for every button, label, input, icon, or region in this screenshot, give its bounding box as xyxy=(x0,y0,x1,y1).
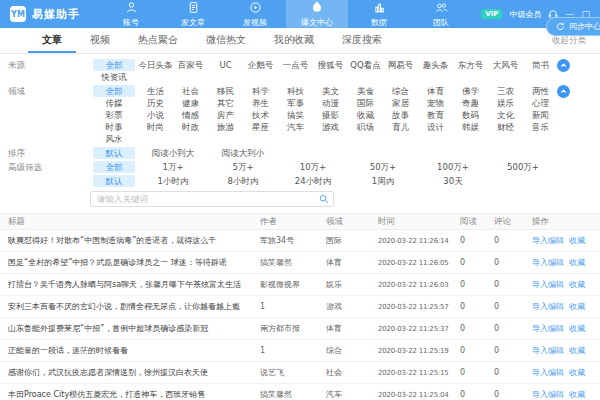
filter-option[interactable]: 财经 xyxy=(488,121,523,133)
filter-option[interactable]: 网易号 xyxy=(383,59,418,71)
filter-option[interactable]: 生活 xyxy=(138,85,173,97)
filter-option[interactable]: 全部 xyxy=(93,85,135,97)
import-edit-link[interactable]: 导入编辑 xyxy=(532,301,564,312)
filter-option[interactable]: 韩娱 xyxy=(453,121,488,133)
nav-item-data[interactable]: 数据 xyxy=(348,0,410,28)
source-collapse-button[interactable] xyxy=(557,59,570,72)
filter-option[interactable]: 全部 xyxy=(93,59,135,71)
article-title[interactable]: 山东鲁能外援费莱尼“中招”，首例中超球员确诊感染新冠 xyxy=(0,323,252,334)
filter-option[interactable]: 设计 xyxy=(418,121,453,133)
nav-item-account[interactable]: 账号 xyxy=(100,0,162,28)
filter-option[interactable]: 5万+ xyxy=(208,161,278,173)
filter-option[interactable]: 阅读小到大 xyxy=(138,147,208,159)
filter-option[interactable]: 汽车 xyxy=(278,121,313,133)
filter-option[interactable]: 养生 xyxy=(243,97,278,109)
filter-option[interactable]: 国际 xyxy=(348,97,383,109)
import-edit-link[interactable]: 导入编辑 xyxy=(532,345,564,356)
nav-item-publish-article[interactable]: 发文章 xyxy=(162,0,224,28)
filter-option[interactable]: 三农 xyxy=(488,85,523,97)
filter-option[interactable]: 东方号 xyxy=(453,59,488,71)
filter-option[interactable]: 奇趣 xyxy=(453,97,488,109)
filter-option[interactable]: 1小时内 xyxy=(138,175,208,187)
filter-option[interactable]: 旅游 xyxy=(208,121,243,133)
filter-option[interactable]: 10万+ xyxy=(278,161,348,173)
import-edit-link[interactable]: 导入编辑 xyxy=(532,323,564,334)
filter-option[interactable]: 阅读大到小 xyxy=(208,147,278,159)
filter-option[interactable]: 社会 xyxy=(173,85,208,97)
tab-articles[interactable]: 文章 xyxy=(28,28,76,53)
filter-option[interactable]: 摄影 xyxy=(313,109,348,121)
article-title[interactable]: 丰田Proace City模仿五菱宏光，打造神车，西班牙销售 xyxy=(0,389,252,400)
search-icon[interactable] xyxy=(319,194,329,204)
filter-option[interactable]: 30天 xyxy=(418,175,488,187)
article-title[interactable]: 感谢你们，武汉抗疫志愿者深情送别，徐州援汉白衣天使 xyxy=(0,367,252,378)
filter-option[interactable]: 育儿 xyxy=(383,121,418,133)
favorite-link[interactable]: 收藏 xyxy=(569,257,585,268)
filter-option[interactable]: 收藏 xyxy=(348,109,383,121)
filter-option[interactable]: 搜狐号 xyxy=(313,59,348,71)
filter-option[interactable]: 搞笑 xyxy=(278,109,313,121)
tab-favorites[interactable]: 我的收藏 xyxy=(260,28,328,53)
filter-option[interactable]: 军事 xyxy=(278,97,313,109)
favorite-link[interactable]: 收藏 xyxy=(569,323,585,334)
filter-option[interactable]: 快资讯 xyxy=(90,71,138,83)
filter-option[interactable]: 情感 xyxy=(173,109,208,121)
import-edit-link[interactable]: 导入编辑 xyxy=(532,235,564,246)
favorite-link[interactable]: 收藏 xyxy=(569,345,585,356)
filter-option[interactable]: 趣头条 xyxy=(418,59,453,71)
collapse-categories-button[interactable]: 收起分类 xyxy=(552,35,586,47)
filter-option[interactable]: 文化 xyxy=(488,109,523,121)
filter-option[interactable]: 科技 xyxy=(278,85,313,97)
filter-option[interactable]: 体育 xyxy=(418,85,453,97)
filter-option[interactable]: 500万+ xyxy=(488,161,558,173)
filter-option[interactable]: 1万+ xyxy=(138,161,208,173)
filter-option[interactable]: 数码 xyxy=(453,109,488,121)
favorite-link[interactable]: 收藏 xyxy=(569,389,585,400)
filter-option[interactable]: 小说 xyxy=(138,109,173,121)
field-collapse-button[interactable] xyxy=(557,85,570,98)
filter-option[interactable]: 风水 xyxy=(90,133,138,145)
filter-option[interactable]: 技术 xyxy=(243,109,278,121)
filter-option[interactable]: 佛学 xyxy=(453,85,488,97)
article-title[interactable]: 国足“全村的希望”中招？武磊是确诊球员之一 球迷：等待辟谣 xyxy=(0,257,252,268)
import-edit-link[interactable]: 导入编辑 xyxy=(532,279,564,290)
article-title[interactable]: 打擂台？吴千语秀人脉晒与阿sa聊天，张馨月曝下午茶炫富太生活 xyxy=(0,279,252,290)
filter-option[interactable]: 故事 xyxy=(383,109,418,121)
filter-option[interactable]: 星座 xyxy=(243,121,278,133)
filter-option[interactable]: 默认 xyxy=(93,175,135,187)
filter-option[interactable]: 游戏 xyxy=(313,121,348,133)
filter-option[interactable]: 默认 xyxy=(93,147,135,159)
filter-option[interactable]: 动漫 xyxy=(313,97,348,109)
tab-videos[interactable]: 视频 xyxy=(76,28,124,53)
filter-option[interactable]: QQ看点 xyxy=(348,59,383,71)
filter-option[interactable]: 时政 xyxy=(173,121,208,133)
filter-option[interactable]: 房产 xyxy=(208,109,243,121)
article-title[interactable]: 耿爽怼得好！对散布“中国制造病毒”的造谣者，就得这么干 xyxy=(0,235,252,246)
filter-option[interactable]: 时事 xyxy=(90,121,138,133)
filter-option[interactable]: 1周内 xyxy=(348,175,418,187)
favorite-link[interactable]: 收藏 xyxy=(569,367,585,378)
nav-item-team[interactable]: 团队 xyxy=(410,0,472,28)
filter-option[interactable]: 科学 xyxy=(243,85,278,97)
filter-option[interactable]: 新闻 xyxy=(523,109,558,121)
nav-item-publish-video[interactable]: 发视频 xyxy=(224,0,286,28)
filter-option[interactable]: 彩票 xyxy=(90,109,138,121)
filter-option[interactable]: 百家号 xyxy=(173,59,208,71)
filter-option[interactable]: 教育 xyxy=(418,109,453,121)
filter-option[interactable]: 历史 xyxy=(138,97,173,109)
filter-option[interactable]: 100万+ xyxy=(418,161,488,173)
filter-option[interactable]: 企鹅号 xyxy=(243,59,278,71)
filter-option[interactable]: 全部 xyxy=(93,161,135,173)
filter-option[interactable]: 一点号 xyxy=(278,59,313,71)
tab-deep-search[interactable]: 深度搜索 xyxy=(328,28,396,53)
tab-hot-topics[interactable]: 热点聚合 xyxy=(124,28,192,53)
filter-option[interactable]: 50万+ xyxy=(348,161,418,173)
filter-option[interactable]: 综合 xyxy=(383,85,418,97)
filter-option[interactable]: 移民 xyxy=(208,85,243,97)
filter-option[interactable]: 传媒 xyxy=(90,97,138,109)
import-edit-link[interactable]: 导入编辑 xyxy=(532,367,564,378)
filter-option[interactable]: 今日头条 xyxy=(138,59,173,71)
sync-center-button[interactable]: 同步中心 xyxy=(546,17,600,36)
favorite-link[interactable]: 收藏 xyxy=(569,301,585,312)
search-input[interactable] xyxy=(90,191,334,207)
